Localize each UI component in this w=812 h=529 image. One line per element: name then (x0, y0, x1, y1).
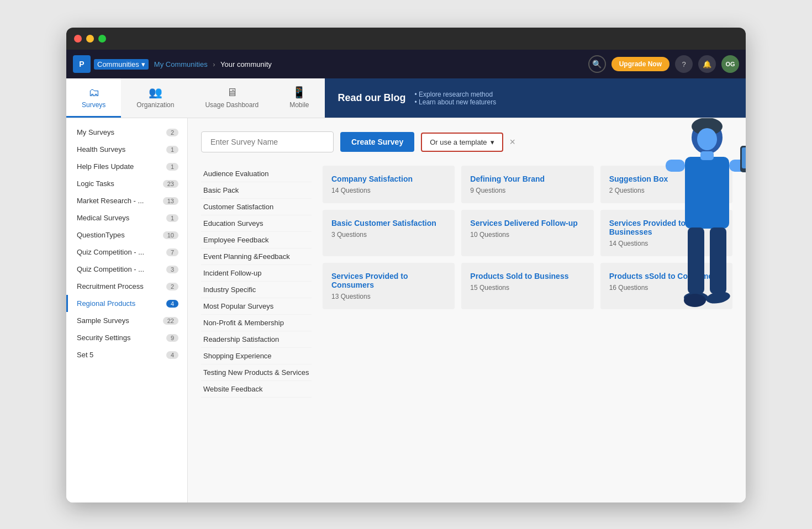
blog-banner-subtitles: • Explore research method • Learn about … (415, 91, 497, 106)
upgrade-button[interactable]: Upgrade Now (611, 57, 669, 71)
category-item-11[interactable]: Shopping Experience (201, 348, 312, 364)
mobile-icon: 📱 (292, 86, 306, 99)
sidebar-item-0[interactable]: My Surveys2 (66, 124, 187, 141)
category-item-5[interactable]: Event Planning &Feedback (201, 248, 312, 265)
tab-organization[interactable]: 👥 Organization (121, 78, 189, 118)
template-card-1[interactable]: Defining Your Brand9 Questions (461, 166, 593, 203)
sidebar-item-5[interactable]: Medical Surveys1 (66, 209, 187, 226)
category-item-8[interactable]: Most Popular Surveys (201, 298, 312, 315)
sidebar-item-8[interactable]: Quiz Competition - ...3 (66, 261, 187, 278)
create-survey-button[interactable]: Create Survey (340, 132, 414, 152)
topbar: P Communities ▾ My Communities › Your co… (66, 50, 746, 78)
illustration (635, 118, 746, 430)
sidebar-item-11[interactable]: Sample Surveys22 (66, 312, 187, 329)
template-card-0[interactable]: Company Satisfaction14 Questions (323, 166, 455, 203)
svg-rect-11 (700, 151, 714, 160)
tab-usage-label: Usage Dashboard (205, 101, 259, 109)
category-item-4[interactable]: Employee Feedback (201, 232, 312, 248)
app-name-dropdown[interactable]: Communities ▾ (94, 59, 149, 70)
category-item-9[interactable]: Non-Profit & Membership (201, 315, 312, 331)
tab-mobile[interactable]: 📱 Mobile (274, 78, 324, 118)
tabbar: 🗂 Surveys 👥 Organization 🖥 Usage Dashboa… (66, 78, 746, 118)
svg-rect-8 (710, 228, 726, 294)
svg-rect-7 (688, 228, 704, 294)
tab-surveys-label: Surveys (82, 101, 106, 109)
tab-surveys[interactable]: 🗂 Surveys (66, 78, 121, 118)
maximize-btn[interactable] (98, 35, 106, 43)
category-item-2[interactable]: Customer Satisfaction (201, 199, 312, 215)
svg-rect-6 (742, 147, 746, 168)
minimize-btn[interactable] (86, 35, 94, 43)
notifications-button[interactable]: 🔔 (698, 55, 716, 73)
category-item-0[interactable]: Audience Evaluation (201, 166, 312, 182)
svg-point-13 (684, 294, 706, 307)
category-item-13[interactable]: Website Feedback (201, 381, 312, 398)
titlebar (66, 28, 746, 50)
close-template-button[interactable]: × (510, 136, 516, 148)
sidebar-item-7[interactable]: Quiz Competition - ...7 (66, 244, 187, 261)
sidebar-item-4[interactable]: Market Research - ...13 (66, 192, 187, 209)
template-card-4[interactable]: Services Delivered Follow-up10 Questions (461, 210, 593, 256)
sidebar-item-10[interactable]: Regional Products4 (66, 295, 187, 312)
survey-name-input[interactable] (201, 131, 334, 152)
main-area: My Surveys2Health Surveys1Help Files Upd… (66, 118, 746, 502)
app-logo: P (73, 55, 91, 73)
sidebar: My Surveys2Health Surveys1Help Files Upd… (66, 118, 188, 502)
template-card-6[interactable]: Services Provided to Consumers13 Questio… (323, 263, 455, 309)
svg-point-10 (705, 290, 731, 305)
tab-mobile-label: Mobile (289, 101, 309, 109)
category-item-6[interactable]: Incident Follow-up (201, 265, 312, 282)
usage-icon: 🖥 (226, 86, 238, 99)
template-card-7[interactable]: Products Sold to Business15 Questions (461, 263, 593, 309)
breadcrumb-link[interactable]: My Communities (154, 60, 208, 68)
use-template-button[interactable]: Or use a template ▾ (421, 133, 503, 152)
tab-organization-label: Organization (136, 101, 174, 109)
breadcrumb: My Communities › Your community (154, 60, 272, 68)
category-item-1[interactable]: Basic Pack (201, 182, 312, 199)
dropdown-arrow-icon: ▾ (491, 138, 494, 146)
tab-usage-dashboard[interactable]: 🖥 Usage Dashboard (189, 78, 274, 118)
category-item-12[interactable]: Testing New Products & Services (201, 364, 312, 381)
close-btn[interactable] (74, 35, 82, 43)
sidebar-item-13[interactable]: Set 54 (66, 346, 187, 363)
blog-bullet-2: • Learn about new featurers (415, 98, 497, 106)
sidebar-item-1[interactable]: Health Surveys1 (66, 141, 187, 158)
template-card-3[interactable]: Basic Customer Satisfaction3 Questions (323, 210, 455, 256)
help-button[interactable]: ? (675, 55, 693, 73)
topbar-actions: 🔍 Upgrade Now ? 🔔 OG (588, 55, 739, 73)
breadcrumb-current: Your community (220, 60, 272, 68)
category-item-3[interactable]: Education Surveys (201, 215, 312, 232)
sidebar-item-2[interactable]: Help Files Update1 (66, 158, 187, 175)
template-categories: Audience EvaluationBasic PackCustomer Sa… (201, 166, 312, 398)
organization-icon: 👥 (149, 86, 162, 99)
svg-point-12 (697, 128, 717, 150)
surveys-icon: 🗂 (88, 86, 99, 99)
search-button[interactable]: 🔍 (588, 55, 606, 73)
content-area: Create Survey Or use a template ▾ × Audi… (188, 118, 746, 502)
user-avatar[interactable]: OG (721, 55, 739, 73)
sidebar-item-12[interactable]: Security Settings9 (66, 329, 187, 346)
main-window: P Communities ▾ My Communities › Your co… (66, 28, 746, 502)
category-item-7[interactable]: Industry Specific (201, 282, 312, 298)
sidebar-item-6[interactable]: QuestionTypes10 (66, 226, 187, 244)
sidebar-item-3[interactable]: Logic Tasks23 (66, 175, 187, 192)
category-item-10[interactable]: Readership Satisfaction (201, 331, 312, 348)
blog-bullet-1: • Explore research method (415, 91, 497, 98)
blog-banner-title: Read our Blog (338, 92, 406, 104)
svg-rect-3 (666, 160, 685, 172)
blog-banner[interactable]: Read our Blog • Explore research method … (325, 78, 746, 118)
svg-rect-2 (685, 157, 729, 229)
sidebar-item-9[interactable]: Recruitment Process2 (66, 278, 187, 295)
